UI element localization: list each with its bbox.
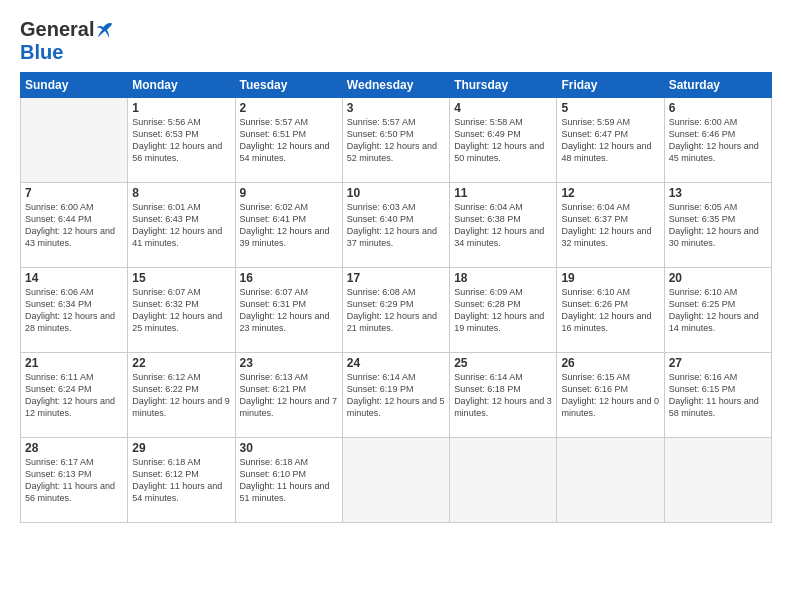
weekday-header: Thursday — [450, 73, 557, 98]
day-number: 18 — [454, 271, 552, 285]
calendar-day-cell: 5Sunrise: 5:59 AMSunset: 6:47 PMDaylight… — [557, 98, 664, 183]
day-info: Sunrise: 6:14 AMSunset: 6:18 PMDaylight:… — [454, 371, 552, 420]
weekday-header: Friday — [557, 73, 664, 98]
day-number: 12 — [561, 186, 659, 200]
logo-blue: Blue — [20, 41, 63, 63]
calendar-day-cell: 27Sunrise: 6:16 AMSunset: 6:15 PMDayligh… — [664, 353, 771, 438]
calendar-day-cell: 7Sunrise: 6:00 AMSunset: 6:44 PMDaylight… — [21, 183, 128, 268]
calendar-day-cell — [664, 438, 771, 523]
calendar-week-row: 21Sunrise: 6:11 AMSunset: 6:24 PMDayligh… — [21, 353, 772, 438]
calendar-week-row: 14Sunrise: 6:06 AMSunset: 6:34 PMDayligh… — [21, 268, 772, 353]
day-number: 4 — [454, 101, 552, 115]
day-info: Sunrise: 6:10 AMSunset: 6:25 PMDaylight:… — [669, 286, 767, 335]
calendar-day-cell — [450, 438, 557, 523]
day-number: 29 — [132, 441, 230, 455]
day-info: Sunrise: 6:09 AMSunset: 6:28 PMDaylight:… — [454, 286, 552, 335]
day-number: 6 — [669, 101, 767, 115]
calendar-day-cell: 23Sunrise: 6:13 AMSunset: 6:21 PMDayligh… — [235, 353, 342, 438]
day-info: Sunrise: 5:58 AMSunset: 6:49 PMDaylight:… — [454, 116, 552, 165]
weekday-header: Sunday — [21, 73, 128, 98]
day-number: 11 — [454, 186, 552, 200]
calendar-day-cell: 15Sunrise: 6:07 AMSunset: 6:32 PMDayligh… — [128, 268, 235, 353]
calendar-day-cell: 8Sunrise: 6:01 AMSunset: 6:43 PMDaylight… — [128, 183, 235, 268]
calendar-day-cell: 4Sunrise: 5:58 AMSunset: 6:49 PMDaylight… — [450, 98, 557, 183]
day-info: Sunrise: 6:16 AMSunset: 6:15 PMDaylight:… — [669, 371, 767, 420]
calendar-day-cell: 13Sunrise: 6:05 AMSunset: 6:35 PMDayligh… — [664, 183, 771, 268]
day-number: 3 — [347, 101, 445, 115]
day-number: 10 — [347, 186, 445, 200]
calendar-week-row: 28Sunrise: 6:17 AMSunset: 6:13 PMDayligh… — [21, 438, 772, 523]
logo-line2: Blue — [20, 41, 63, 64]
calendar-week-row: 7Sunrise: 6:00 AMSunset: 6:44 PMDaylight… — [21, 183, 772, 268]
weekday-header: Tuesday — [235, 73, 342, 98]
day-number: 30 — [240, 441, 338, 455]
day-info: Sunrise: 6:13 AMSunset: 6:21 PMDaylight:… — [240, 371, 338, 420]
calendar-day-cell: 18Sunrise: 6:09 AMSunset: 6:28 PMDayligh… — [450, 268, 557, 353]
day-info: Sunrise: 6:07 AMSunset: 6:32 PMDaylight:… — [132, 286, 230, 335]
day-info: Sunrise: 6:07 AMSunset: 6:31 PMDaylight:… — [240, 286, 338, 335]
calendar-day-cell: 6Sunrise: 6:00 AMSunset: 6:46 PMDaylight… — [664, 98, 771, 183]
day-number: 27 — [669, 356, 767, 370]
day-info: Sunrise: 6:11 AMSunset: 6:24 PMDaylight:… — [25, 371, 123, 420]
calendar-day-cell: 9Sunrise: 6:02 AMSunset: 6:41 PMDaylight… — [235, 183, 342, 268]
calendar-day-cell — [342, 438, 449, 523]
weekday-header: Monday — [128, 73, 235, 98]
calendar-week-row: 1Sunrise: 5:56 AMSunset: 6:53 PMDaylight… — [21, 98, 772, 183]
day-info: Sunrise: 6:17 AMSunset: 6:13 PMDaylight:… — [25, 456, 123, 505]
calendar-day-cell: 12Sunrise: 6:04 AMSunset: 6:37 PMDayligh… — [557, 183, 664, 268]
day-number: 13 — [669, 186, 767, 200]
day-info: Sunrise: 6:08 AMSunset: 6:29 PMDaylight:… — [347, 286, 445, 335]
day-number: 7 — [25, 186, 123, 200]
calendar-day-cell: 19Sunrise: 6:10 AMSunset: 6:26 PMDayligh… — [557, 268, 664, 353]
day-number: 23 — [240, 356, 338, 370]
day-info: Sunrise: 6:12 AMSunset: 6:22 PMDaylight:… — [132, 371, 230, 420]
calendar-day-cell: 1Sunrise: 5:56 AMSunset: 6:53 PMDaylight… — [128, 98, 235, 183]
day-info: Sunrise: 6:00 AMSunset: 6:44 PMDaylight:… — [25, 201, 123, 250]
header: GeneralBlue — [20, 18, 772, 64]
day-info: Sunrise: 6:18 AMSunset: 6:10 PMDaylight:… — [240, 456, 338, 505]
calendar-day-cell — [21, 98, 128, 183]
day-number: 19 — [561, 271, 659, 285]
calendar-day-cell: 17Sunrise: 6:08 AMSunset: 6:29 PMDayligh… — [342, 268, 449, 353]
day-info: Sunrise: 5:57 AMSunset: 6:50 PMDaylight:… — [347, 116, 445, 165]
calendar-day-cell: 26Sunrise: 6:15 AMSunset: 6:16 PMDayligh… — [557, 353, 664, 438]
day-number: 9 — [240, 186, 338, 200]
calendar-day-cell: 21Sunrise: 6:11 AMSunset: 6:24 PMDayligh… — [21, 353, 128, 438]
day-number: 20 — [669, 271, 767, 285]
calendar-day-cell: 24Sunrise: 6:14 AMSunset: 6:19 PMDayligh… — [342, 353, 449, 438]
day-info: Sunrise: 6:00 AMSunset: 6:46 PMDaylight:… — [669, 116, 767, 165]
day-number: 26 — [561, 356, 659, 370]
day-number: 28 — [25, 441, 123, 455]
calendar-day-cell: 10Sunrise: 6:03 AMSunset: 6:40 PMDayligh… — [342, 183, 449, 268]
calendar-day-cell: 28Sunrise: 6:17 AMSunset: 6:13 PMDayligh… — [21, 438, 128, 523]
calendar-day-cell: 20Sunrise: 6:10 AMSunset: 6:25 PMDayligh… — [664, 268, 771, 353]
day-info: Sunrise: 5:56 AMSunset: 6:53 PMDaylight:… — [132, 116, 230, 165]
calendar-day-cell: 3Sunrise: 5:57 AMSunset: 6:50 PMDaylight… — [342, 98, 449, 183]
day-number: 21 — [25, 356, 123, 370]
calendar-day-cell: 16Sunrise: 6:07 AMSunset: 6:31 PMDayligh… — [235, 268, 342, 353]
calendar-day-cell: 11Sunrise: 6:04 AMSunset: 6:38 PMDayligh… — [450, 183, 557, 268]
day-info: Sunrise: 5:57 AMSunset: 6:51 PMDaylight:… — [240, 116, 338, 165]
calendar-day-cell: 29Sunrise: 6:18 AMSunset: 6:12 PMDayligh… — [128, 438, 235, 523]
day-number: 8 — [132, 186, 230, 200]
day-number: 25 — [454, 356, 552, 370]
calendar-day-cell: 14Sunrise: 6:06 AMSunset: 6:34 PMDayligh… — [21, 268, 128, 353]
weekday-header: Wednesday — [342, 73, 449, 98]
day-number: 15 — [132, 271, 230, 285]
day-info: Sunrise: 6:02 AMSunset: 6:41 PMDaylight:… — [240, 201, 338, 250]
calendar-day-cell: 22Sunrise: 6:12 AMSunset: 6:22 PMDayligh… — [128, 353, 235, 438]
day-info: Sunrise: 6:18 AMSunset: 6:12 PMDaylight:… — [132, 456, 230, 505]
logo-general: General — [20, 18, 94, 41]
day-info: Sunrise: 6:01 AMSunset: 6:43 PMDaylight:… — [132, 201, 230, 250]
day-number: 5 — [561, 101, 659, 115]
day-number: 2 — [240, 101, 338, 115]
logo-bird-icon — [96, 21, 114, 39]
day-info: Sunrise: 6:05 AMSunset: 6:35 PMDaylight:… — [669, 201, 767, 250]
day-info: Sunrise: 6:10 AMSunset: 6:26 PMDaylight:… — [561, 286, 659, 335]
day-info: Sunrise: 6:15 AMSunset: 6:16 PMDaylight:… — [561, 371, 659, 420]
day-info: Sunrise: 6:14 AMSunset: 6:19 PMDaylight:… — [347, 371, 445, 420]
page: GeneralBlue SundayMondayTuesdayWednesday… — [0, 0, 792, 612]
weekday-header: Saturday — [664, 73, 771, 98]
calendar-day-cell: 25Sunrise: 6:14 AMSunset: 6:18 PMDayligh… — [450, 353, 557, 438]
calendar-day-cell: 2Sunrise: 5:57 AMSunset: 6:51 PMDaylight… — [235, 98, 342, 183]
